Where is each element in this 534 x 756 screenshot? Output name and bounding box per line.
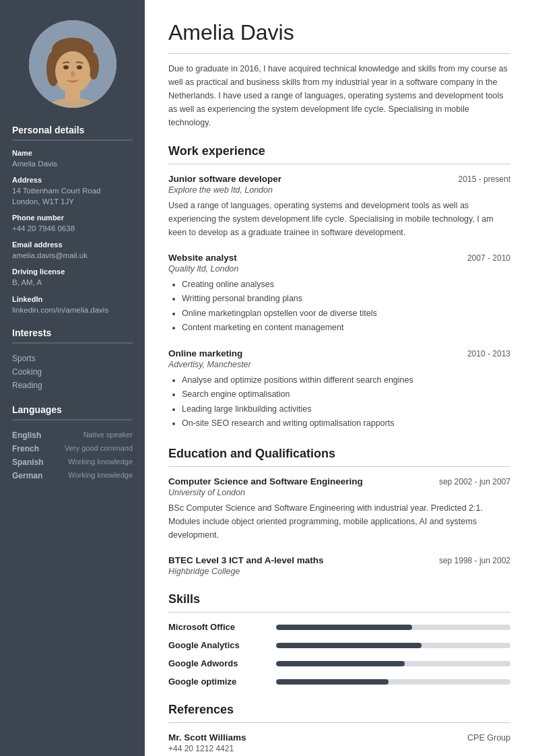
list-item: Writting personal branding plans (182, 292, 510, 306)
interests-list: Sports Cooking Reading (12, 352, 133, 392)
education-block-1: BTEC Level 3 ICT and A-level maths sep 1… (168, 555, 510, 576)
interests-title: Interests (12, 327, 133, 344)
svg-point-12 (57, 73, 66, 80)
email-label: Email address (12, 241, 133, 249)
lang-name: English (12, 431, 41, 440)
address-line2: London, W1T 1JY (12, 196, 133, 207)
references-section: References Mr. Scott Williams CPE Group … (168, 703, 510, 756)
name-value: Amelia Davis (12, 158, 133, 169)
job-dates: 2015 - present (459, 175, 510, 184)
driving-label: Driving license (12, 267, 133, 276)
languages-section: Languages English Native speaker French … (0, 404, 145, 495)
job-title: Online marketing (168, 348, 242, 358)
skill-bar-fill (276, 643, 422, 648)
list-item: Online marketingplan opstellen voor de d… (182, 307, 510, 321)
section-divider (168, 164, 510, 164)
lang-level: Very good command (65, 444, 133, 453)
edu-header: BTEC Level 3 ICT and A-level maths sep 1… (168, 555, 510, 565)
edu-title: Computer Science and Software Engineerin… (168, 476, 363, 486)
list-item: Cooking (12, 365, 133, 379)
list-item: Sports (12, 352, 133, 365)
skill-name: Google Analytics (168, 640, 276, 650)
interests-section: Interests Sports Cooking Reading (0, 327, 145, 404)
skill-name: Google Adwords (168, 658, 276, 668)
avatar-container (0, 0, 145, 125)
list-item: Search engine optimalisation (182, 387, 510, 402)
edu-institution: Highbridge College (168, 567, 510, 576)
list-item: On-site SEO research and writing optimal… (182, 416, 510, 431)
edu-header: Computer Science and Software Engineerin… (168, 476, 510, 486)
lang-level: Working knowledge (68, 458, 133, 467)
edu-title: BTEC Level 3 ICT and A-level maths (168, 555, 324, 565)
list-item: Reading (12, 379, 133, 392)
page-title: Amelia Davis (168, 20, 510, 45)
main-content: Amelia Davis Due to graduate in 2016, I … (145, 0, 534, 756)
language-row-english: English Native speaker (12, 429, 133, 442)
ref-company: CPE Group (467, 733, 510, 743)
ref-phone: +44 20 1212 4421 (168, 743, 510, 755)
skill-bar-bg (276, 625, 510, 630)
work-experience-title: Work experience (168, 144, 510, 158)
skill-name: Microsoft Office (168, 622, 276, 632)
job-dates: 2010 - 2013 (467, 349, 510, 358)
personal-details-title: Personal details (12, 125, 133, 141)
edu-dates: sep 2002 - jun 2007 (439, 477, 510, 486)
job-company: Advertisy, Manchester (168, 360, 510, 369)
languages-title: Languages (12, 404, 133, 420)
job-bullets: Creating online analyses Writting person… (168, 278, 510, 335)
svg-point-13 (79, 73, 89, 80)
lang-name: French (12, 444, 39, 453)
skill-row-1: Google Analytics (168, 640, 510, 650)
job-block-0: Junior software developer 2015 - present… (168, 174, 510, 239)
skill-bar-fill (276, 625, 412, 630)
job-desc: Used a range of languages, operating sys… (168, 199, 510, 239)
lang-name: Spanish (12, 458, 44, 467)
svg-point-11 (71, 71, 75, 77)
list-item: Content marketing en content management (182, 321, 510, 335)
linkedin-label: LinkedIn (12, 295, 133, 303)
job-block-2: Online marketing 2010 - 2013 Advertisy, … (168, 348, 510, 431)
job-bullets: Analyse and optimize positions within di… (168, 373, 510, 431)
language-row-spanish: Spanish Working knowledge (12, 455, 133, 469)
education-title: Education and Qualifications (168, 447, 510, 461)
driving-value: B, AM, A (12, 277, 133, 288)
section-divider (168, 612, 510, 612)
work-experience-section: Work experience Junior software develope… (168, 144, 510, 431)
job-title: Website analyst (168, 253, 237, 263)
skill-name: Google optimize (168, 676, 276, 687)
ref-name: Mr. Scott Williams (168, 732, 246, 743)
language-row-french: French Very good command (12, 442, 133, 455)
summary-text: Due to graduate in 2016, I have acquired… (168, 53, 510, 129)
skill-bar-fill (276, 661, 405, 666)
svg-point-9 (63, 65, 69, 69)
address-label: Address (12, 176, 133, 184)
job-title: Junior software developer (168, 174, 281, 184)
skill-bar-bg (276, 661, 510, 666)
lang-level: Native speaker (84, 431, 133, 440)
lang-name: German (12, 471, 42, 480)
avatar (29, 20, 116, 108)
address-line1: 14 Tottenham Court Road (12, 185, 133, 196)
lang-level: Working knowledge (68, 471, 133, 480)
skill-row-2: Google Adwords (168, 658, 510, 668)
email-value: amelia.davis@mail.uk (12, 250, 133, 261)
education-block-0: Computer Science and Software Engineerin… (168, 476, 510, 542)
education-section: Education and Qualifications Computer Sc… (168, 447, 510, 576)
list-item: Leading large linkbuilding activities (182, 402, 510, 416)
skill-row-3: Google optimize (168, 676, 510, 687)
job-header: Website analyst 2007 - 2010 (168, 253, 510, 263)
list-item: Creating online analyses (182, 278, 510, 292)
name-label: Name (12, 149, 133, 157)
section-divider (168, 722, 510, 723)
svg-point-10 (77, 65, 82, 69)
job-company: Explore the web ltd, London (168, 185, 510, 195)
reference-block-0: Mr. Scott Williams CPE Group +44 20 1212… (168, 732, 510, 756)
skill-row-0: Microsoft Office (168, 622, 510, 632)
phone-label: Phone number (12, 214, 133, 222)
job-header: Online marketing 2010 - 2013 (168, 348, 510, 358)
references-title: References (168, 703, 510, 717)
personal-details-section: Personal details Name Amelia Davis Addre… (0, 125, 145, 327)
language-row-german: German Working knowledge (12, 469, 133, 482)
edu-institution: University of London (168, 488, 510, 497)
section-divider (168, 466, 510, 467)
